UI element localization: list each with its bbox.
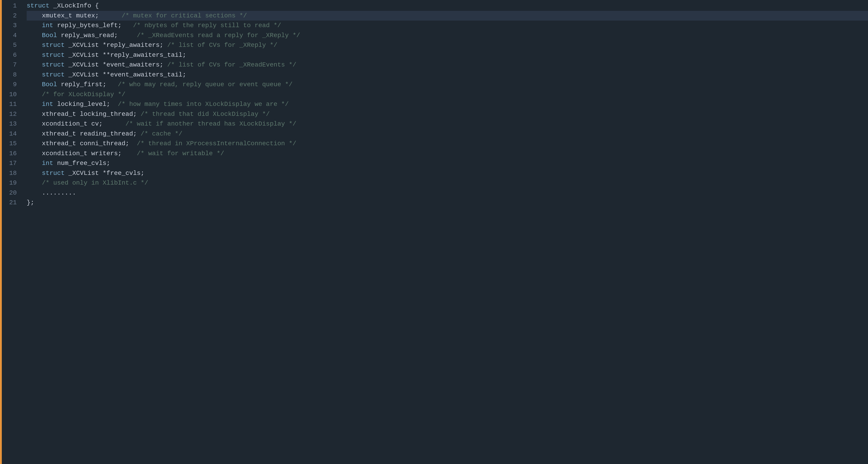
- line-number-10: 10: [7, 90, 17, 99]
- line-number-18: 18: [7, 168, 17, 178]
- code-line-12: xthread_t locking_thread; /* thread that…: [27, 109, 868, 119]
- code-line-7: struct _XCVList *event_awaiters; /* list…: [27, 60, 868, 70]
- code-text-3a: reply_bytes_left;: [53, 21, 133, 30]
- keyword-struct-1: struct: [27, 1, 50, 11]
- comment-15: /* thread in XProcessInternalConnection …: [137, 139, 296, 148]
- comment-13: /* wait if another thread has XLockDispl…: [125, 119, 296, 129]
- code-text-8a: _XCVList **event_awaiters_tail;: [65, 70, 186, 80]
- line-number-12: 12: [7, 109, 17, 119]
- line-number-2: 2: [7, 11, 17, 21]
- keyword-struct-5: struct: [27, 40, 65, 50]
- comment-7: /* list of CVs for _XReadEvents */: [167, 60, 296, 70]
- code-line-15: xthread_t conni_thread; /* thread in XPr…: [27, 139, 868, 149]
- comment-11: /* how many times into XLockDisplay we a…: [118, 99, 289, 109]
- comment-2: /* mutex for critical sections */: [122, 11, 247, 21]
- code-content: struct _XLockInfo { xmutex_t mutex; /* m…: [22, 0, 868, 464]
- comment-14: /* cache */: [141, 129, 182, 139]
- line-number-5: 5: [7, 40, 17, 50]
- code-line-8: struct _XCVList **event_awaiters_tail;: [27, 70, 868, 80]
- code-line-17: int num_free_cvls;: [27, 158, 868, 168]
- code-line-3: int reply_bytes_left; /* nbytes of the r…: [27, 21, 868, 31]
- code-line-21: };: [27, 198, 868, 208]
- keyword-struct-6: struct: [27, 50, 65, 60]
- code-line-11: int locking_level; /* how many times int…: [27, 99, 868, 109]
- code-text-7a: _XCVList *event_awaiters;: [65, 60, 167, 70]
- code-text-4a: reply_was_read;: [57, 31, 137, 40]
- comment-3: /* nbytes of the reply still to read */: [133, 21, 281, 30]
- keyword-struct-18: struct: [27, 168, 65, 178]
- code-text-13a: xcondition_t cv;: [27, 119, 125, 129]
- keyword-bool-9: Bool: [27, 80, 57, 89]
- code-text-17a: num_free_cvls;: [53, 158, 110, 168]
- code-line-2: xmutex_t mutex; /* mutex for critical se…: [27, 11, 868, 21]
- code-line-6: struct _XCVList **reply_awaiters_tail;: [27, 50, 868, 60]
- code-line-18: struct _XCVList *free_cvls;: [27, 168, 868, 178]
- code-line-14: xthread_t reading_thread; /* cache */: [27, 129, 868, 139]
- line-number-11: 11: [7, 99, 17, 109]
- code-line-10: /* for XLockDisplay */: [27, 90, 868, 99]
- code-text-15a: xthread_t conni_thread;: [27, 139, 137, 148]
- comment-4: /* _XReadEvents read a reply for _XReply…: [137, 31, 300, 40]
- code-text-5a: _XCVList *reply_awaiters;: [65, 40, 167, 50]
- keyword-struct-7: struct: [27, 60, 65, 70]
- code-text-18a: _XCVList *free_cvls;: [65, 168, 145, 178]
- code-text-12a: xthread_t locking_thread;: [27, 109, 141, 119]
- code-line-16: xcondition_t writers; /* wait for writab…: [27, 149, 868, 158]
- code-line-20: .........: [27, 188, 868, 198]
- code-line-9: Bool reply_first; /* who may read, reply…: [27, 80, 868, 90]
- code-text-16a: xcondition_t writers;: [27, 149, 137, 158]
- comment-12: /* thread that did XLockDisplay */: [141, 109, 270, 119]
- code-text-1: _XLockInfo {: [50, 1, 99, 11]
- line-number-17: 17: [7, 158, 17, 168]
- code-text-9a: reply_first;: [57, 80, 118, 89]
- line-number-9: 9: [7, 80, 17, 90]
- keyword-int-17: int: [27, 158, 53, 168]
- code-text-14a: xthread_t reading_thread;: [27, 129, 141, 139]
- code-line-19: /* used only in XlibInt.c */: [27, 178, 868, 188]
- code-text-2a: xmutex_t mutex;: [27, 11, 122, 21]
- comment-10: /* for XLockDisplay */: [27, 90, 125, 99]
- comment-19: /* used only in XlibInt.c */: [27, 178, 148, 188]
- comment-5: /* list of CVs for _XReply */: [167, 40, 277, 50]
- line-number-20: 20: [7, 188, 17, 198]
- code-text-11a: locking_level;: [53, 99, 118, 109]
- code-line-13: xcondition_t cv; /* wait if another thre…: [27, 119, 868, 129]
- line-number-7: 7: [7, 60, 17, 70]
- line-number-14: 14: [7, 129, 17, 139]
- line-number-3: 3: [7, 21, 17, 31]
- code-dots-20: .........: [27, 188, 76, 198]
- code-line-4: Bool reply_was_read; /* _XReadEvents rea…: [27, 31, 868, 40]
- keyword-struct-8: struct: [27, 70, 65, 80]
- line-number-21: 21: [7, 198, 17, 208]
- comment-9: /* who may read, reply queue or event qu…: [118, 80, 292, 89]
- line-number-16: 16: [7, 149, 17, 158]
- code-text-21a: };: [27, 198, 34, 207]
- keyword-bool-4: Bool: [27, 31, 57, 40]
- line-number-1: 1: [7, 1, 17, 11]
- line-number-13: 13: [7, 119, 17, 129]
- keyword-int-3: int: [27, 21, 53, 30]
- code-line-1: struct _XLockInfo {: [27, 1, 868, 11]
- line-numbers: 1 2 3 4 5 6 7 8 9 10 11 12 13 14 15 16 1…: [2, 0, 22, 464]
- code-line-5: struct _XCVList *reply_awaiters; /* list…: [27, 40, 868, 50]
- code-editor: 1 2 3 4 5 6 7 8 9 10 11 12 13 14 15 16 1…: [0, 0, 868, 464]
- line-number-15: 15: [7, 139, 17, 149]
- line-number-8: 8: [7, 70, 17, 80]
- line-number-4: 4: [7, 31, 17, 40]
- line-number-19: 19: [7, 178, 17, 188]
- comment-16: /* wait for writable */: [137, 149, 224, 158]
- line-number-6: 6: [7, 50, 17, 60]
- left-accent-border: [0, 0, 2, 464]
- keyword-int-11: int: [27, 99, 53, 109]
- code-text-6a: _XCVList **reply_awaiters_tail;: [65, 50, 186, 60]
